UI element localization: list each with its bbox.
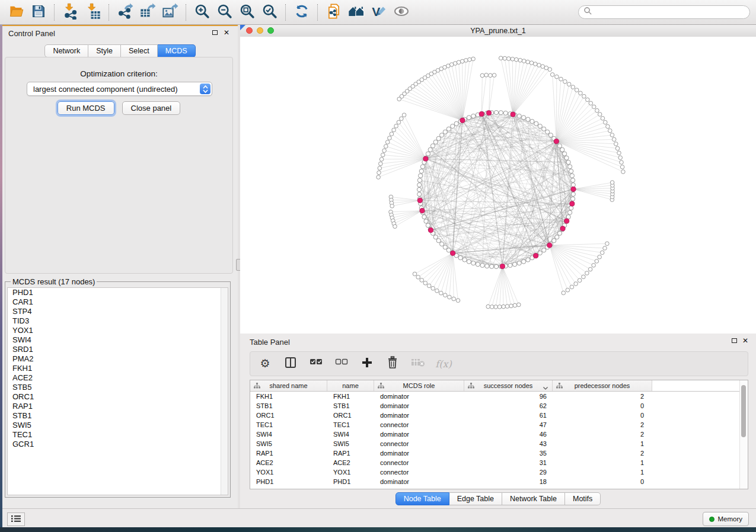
zoom-fit-button[interactable] — [238, 3, 257, 22]
mcds-result-list[interactable]: PHD1CAR1STP4TID3YOX1SWI4SRD1PMA2FKH1ACE2… — [7, 287, 228, 495]
close-panel-button[interactable]: Close panel — [122, 101, 181, 115]
tab-motifs[interactable]: Motifs — [565, 492, 601, 505]
table-settings-button[interactable]: ⚙ — [257, 356, 273, 371]
mcds-result-node[interactable]: YOX1 — [8, 326, 228, 335]
table-row[interactable]: RAP1RAP1dominator352 — [250, 448, 748, 458]
cell-successor-nodes[interactable]: 35 — [464, 448, 553, 458]
cell-predecessor-nodes[interactable]: 2 — [553, 430, 652, 439]
run-mcds-button[interactable]: Run MCDS — [58, 101, 114, 115]
cell-successor-nodes[interactable]: 31 — [464, 458, 553, 467]
result-list-scrollbar[interactable] — [221, 288, 228, 495]
mcds-result-node[interactable]: SWI5 — [8, 421, 228, 430]
network-canvas[interactable] — [240, 37, 756, 334]
cell-successor-nodes[interactable]: 61 — [464, 411, 553, 420]
table-row[interactable]: PHD1PHD1dominator180 — [250, 477, 748, 486]
cell-MCDS-role[interactable]: connector — [374, 458, 464, 467]
delete-table-button-disabled[interactable] — [410, 356, 426, 371]
vizmapper-button[interactable]: V — [369, 3, 388, 22]
create-column-button[interactable] — [359, 356, 375, 371]
search-input[interactable] — [578, 5, 750, 19]
cell-predecessor-nodes[interactable]: 1 — [553, 467, 652, 477]
cell-MCDS-role[interactable]: connector — [374, 439, 464, 448]
cell-name[interactable]: STB1 — [327, 401, 374, 411]
table-row[interactable]: STB1STB1dominator620 — [250, 401, 748, 411]
export-image-button[interactable] — [161, 3, 180, 22]
cell-shared-name[interactable]: TEC1 — [250, 420, 327, 430]
cell-MCDS-role[interactable]: dominator — [374, 411, 464, 420]
mcds-result-node[interactable]: STB1 — [8, 411, 228, 421]
task-history-button[interactable] — [7, 512, 25, 526]
cell-successor-nodes[interactable]: 62 — [464, 401, 553, 411]
column-header-shared-name[interactable]: shared name — [250, 380, 327, 391]
tab-mcds[interactable]: MCDS — [158, 44, 196, 57]
column-header-successor-nodes[interactable]: successor nodes — [464, 380, 553, 391]
cell-name[interactable]: PHD1 — [327, 477, 374, 486]
cell-MCDS-role[interactable]: dominator — [374, 477, 464, 486]
cell-successor-nodes[interactable]: 18 — [464, 477, 553, 486]
mcds-result-node[interactable]: TEC1 — [8, 430, 228, 440]
table-row[interactable]: SWI4SWI4dominator462 — [250, 430, 748, 439]
tab-style[interactable]: Style — [88, 44, 121, 57]
delete-column-button[interactable] — [385, 356, 400, 371]
cell-MCDS-role[interactable]: connector — [374, 467, 464, 477]
mcds-result-node[interactable]: TID3 — [8, 316, 228, 326]
mcds-result-node[interactable]: CAR1 — [8, 297, 228, 307]
cell-predecessor-nodes[interactable]: 1 — [553, 458, 652, 467]
table-row[interactable]: ACE2ACE2connector311 — [250, 458, 748, 467]
mcds-result-node[interactable]: PHD1 — [8, 288, 228, 297]
apply-layout-button[interactable] — [292, 3, 311, 22]
cell-MCDS-role[interactable]: dominator — [374, 448, 464, 458]
import-network-button[interactable] — [61, 3, 80, 22]
mcds-result-node[interactable]: FKH1 — [8, 364, 228, 373]
cell-shared-name[interactable]: ORC1 — [250, 411, 327, 420]
duplicate-network-button[interactable] — [324, 3, 343, 22]
cell-predecessor-nodes[interactable]: 2 — [553, 448, 652, 458]
cell-shared-name[interactable]: YOX1 — [250, 467, 327, 477]
mcds-result-node[interactable]: STB5 — [8, 383, 228, 392]
hide-panel-button[interactable] — [392, 3, 411, 22]
save-session-button[interactable] — [29, 3, 48, 22]
cell-shared-name[interactable]: SWI4 — [250, 430, 327, 439]
cell-successor-nodes[interactable]: 43 — [464, 439, 553, 448]
float-panel-icon[interactable] — [212, 30, 218, 35]
unselect-all-columns-button[interactable] — [334, 356, 349, 371]
table-row[interactable]: ORC1ORC1dominator610 — [250, 411, 748, 420]
mcds-result-node[interactable]: SWI4 — [8, 335, 228, 345]
cell-predecessor-nodes[interactable]: 0 — [553, 411, 652, 420]
mcds-result-node[interactable]: STP4 — [8, 307, 228, 316]
cell-predecessor-nodes[interactable]: 0 — [553, 477, 652, 486]
mcds-result-node[interactable]: RAP1 — [8, 402, 228, 411]
cell-name[interactable]: TEC1 — [327, 420, 374, 430]
tab-select[interactable]: Select — [121, 44, 158, 57]
cell-MCDS-role[interactable]: dominator — [374, 401, 464, 411]
table-row[interactable]: TEC1TEC1connector472 — [250, 420, 748, 430]
cell-name[interactable]: YOX1 — [327, 467, 374, 477]
cell-name[interactable]: RAP1 — [327, 448, 374, 458]
cell-successor-nodes[interactable]: 46 — [464, 430, 553, 439]
network-window-titlebar[interactable]: YPA_prune.txt_1 — [240, 25, 756, 37]
cell-successor-nodes[interactable]: 29 — [464, 467, 553, 477]
table-scrollbar[interactable] — [739, 380, 748, 489]
import-table-button[interactable] — [84, 3, 103, 22]
cell-MCDS-role[interactable]: dominator — [374, 392, 464, 401]
cell-name[interactable]: FKH1 — [327, 392, 374, 401]
column-header-MCDS-role[interactable]: MCDS role — [374, 380, 464, 391]
zoom-out-button[interactable] — [215, 3, 234, 22]
tab-node-table[interactable]: Node Table — [395, 492, 449, 505]
mcds-result-node[interactable]: ACE2 — [8, 373, 228, 383]
cell-predecessor-nodes[interactable]: 1 — [553, 439, 652, 448]
table-scrollbar-thumb[interactable] — [741, 385, 746, 437]
open-session-button[interactable] — [7, 3, 25, 22]
cell-name[interactable]: SWI4 — [327, 430, 374, 439]
cell-shared-name[interactable]: SWI5 — [250, 439, 327, 448]
zoom-selected-button[interactable] — [260, 3, 279, 22]
cell-name[interactable]: SWI5 — [327, 439, 374, 448]
table-row[interactable]: FKH1FKH1dominator962 — [250, 392, 748, 401]
tab-network[interactable]: Network — [44, 44, 88, 57]
export-table-button[interactable] — [138, 3, 157, 22]
mcds-result-node[interactable]: SRD1 — [8, 345, 228, 354]
table-row[interactable]: YOX1YOX1connector291 — [250, 467, 748, 477]
zoom-in-button[interactable] — [193, 3, 212, 22]
mcds-result-node[interactable]: PMA2 — [8, 354, 228, 364]
memory-button[interactable]: Memory — [703, 512, 749, 526]
